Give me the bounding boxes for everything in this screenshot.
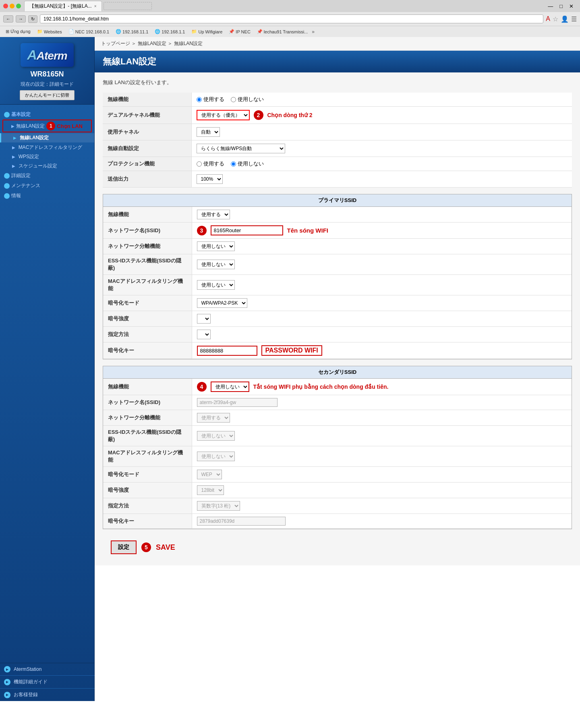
aterm-station-btn[interactable]: ▶ AtermStation xyxy=(0,663,95,676)
pin-icon-1: 📌 xyxy=(229,29,234,34)
secondary-label-method: 指定方法 xyxy=(103,498,192,514)
setting-value-musen-kino: 使用する 使用しない xyxy=(191,93,572,107)
secondary-mac-filter-select[interactable]: 使用しない xyxy=(197,452,235,461)
bookmark-apps[interactable]: ⊞ Ứng dụng xyxy=(3,28,33,35)
nav-item-maintenance[interactable]: メンテナンス xyxy=(0,181,94,191)
primary-value-crypto-strength xyxy=(192,311,572,327)
bookmark-websites[interactable]: 📁 Websites xyxy=(35,28,64,35)
play-icon-3: ▶ xyxy=(4,692,10,698)
secondary-ssid-input[interactable] xyxy=(197,398,278,407)
step4-annotation: Tắt sóng WIFI phụ bằng cách chọn dòng đầ… xyxy=(253,384,389,390)
mode-switch-button[interactable]: かんたんモードに切替 xyxy=(20,90,75,100)
radio-prot-use[interactable]: 使用する xyxy=(197,160,224,167)
secondary-crypto-strength-select[interactable]: 128bit xyxy=(197,485,224,495)
radio-use-input[interactable] xyxy=(197,97,202,102)
browser-controls: ← → ↻ A ☆ 👤 ☰ xyxy=(0,12,580,26)
adobe-icon[interactable]: A xyxy=(546,15,550,23)
dual-channel-select[interactable]: 使用する（優先） xyxy=(197,110,250,120)
secondary-ess-select[interactable]: 使用しない xyxy=(197,431,235,441)
secondary-row-crypto-mode: 暗号化モード WEP xyxy=(103,467,572,483)
bookmark-192-168-11[interactable]: 🌐 192.168.11.1 xyxy=(113,28,151,35)
sidebar-model: WR8165N xyxy=(4,70,90,78)
page-icon: 📄 xyxy=(68,29,74,34)
password-wrapper: PASSWORD WIFI xyxy=(197,345,567,356)
tab-close-btn[interactable]: × xyxy=(94,4,97,8)
primary-crypto-mode-select[interactable]: WPA/WPA2-PSK xyxy=(197,298,247,308)
window-max-btn[interactable]: □ xyxy=(556,2,566,10)
primary-ess-select[interactable]: 使用しない xyxy=(197,260,235,269)
secondary-value-crypto-mode: WEP xyxy=(192,467,572,483)
nav-item-schedule[interactable]: ▶ スケジュール設定 xyxy=(0,161,94,171)
secondary-musen-select[interactable]: 使用しない xyxy=(211,382,249,392)
save-button[interactable]: 設定 xyxy=(111,540,137,554)
power-select[interactable]: 100% xyxy=(197,174,223,184)
nav-label-musen[interactable]: 無線LAN設定 xyxy=(16,123,45,130)
step1-badge: 1 xyxy=(46,122,55,130)
arrow-icon-5: ▶ xyxy=(12,164,15,168)
radio-group-musen: 使用する 使用しない xyxy=(197,96,568,103)
bookmark-wifigiare[interactable]: 📁 Up Wifigiare xyxy=(189,28,225,35)
secondary-ssid-section: セカンダリSSID 無線機能 4 使用しない Tắt sóng WIFI xyxy=(103,366,572,529)
address-bar[interactable] xyxy=(40,14,543,23)
nav-item-mac-filter[interactable]: ▶ MACアドレスフィルタリング xyxy=(0,143,94,152)
secondary-key-input[interactable] xyxy=(197,517,286,526)
bookmark-nec[interactable]: 📄 NEC 192.168.0.1 xyxy=(66,28,112,35)
auto-setup-select[interactable]: らくらく無線/WPS自動 xyxy=(197,144,285,153)
secondary-crypto-mode-select[interactable]: WEP xyxy=(197,470,222,479)
bookmark-ip-nec[interactable]: 📌 IP NEC xyxy=(226,28,253,35)
primary-row-crypto-strength: 暗号強度 xyxy=(103,311,572,327)
nav-item-detail[interactable]: 詳細設定 xyxy=(0,171,94,181)
primary-mac-filter-select[interactable]: 使用しない xyxy=(197,280,235,290)
nav-item-musen-lan-selected[interactable]: ▶ 無線LAN設定 xyxy=(0,133,94,142)
sidebar-nav-content: 基本設定 ▶ 無線LAN設定 1 Chọn LAN ▶ 無線LAN設定 xyxy=(0,105,94,588)
primary-row-key: 暗号化キー PASSWORD WIFI xyxy=(103,342,572,359)
user-icon[interactable]: 👤 xyxy=(561,15,569,23)
back-button[interactable]: ← xyxy=(3,15,13,23)
bookmark-192-168-1[interactable]: 🌐 192.168.1.1 xyxy=(152,28,187,35)
primary-crypto-strength-select[interactable] xyxy=(197,314,211,324)
radio-prot-use-input[interactable] xyxy=(197,161,202,167)
secondary-label-ess: ESS-IDステルス機能(SSIDの隠蔽) xyxy=(103,426,192,446)
nav-item-info[interactable]: 情報 xyxy=(0,191,94,201)
primary-label-musen: 無線機能 xyxy=(103,207,192,223)
secondary-method-select[interactable]: 英数字(13 桁) xyxy=(197,501,240,511)
bookmarks-more[interactable]: » xyxy=(312,29,315,35)
radio-not-use[interactable]: 使用しない xyxy=(231,96,264,103)
nav-item-wps[interactable]: ▶ WPS設定 xyxy=(0,152,94,161)
forward-button[interactable]: → xyxy=(16,15,26,23)
primary-separation-select[interactable]: 使用しない xyxy=(197,241,235,251)
radio-prot-not-use[interactable]: 使用しない xyxy=(231,160,264,167)
browser-tab[interactable]: 【無線LAN設定】- [無線LA... × xyxy=(24,1,102,11)
secondary-separation-select[interactable]: 使用する xyxy=(197,413,230,423)
refresh-button[interactable]: ↻ xyxy=(28,15,37,23)
window-close-btn[interactable]: ✕ xyxy=(566,2,577,10)
radio-prot-not-use-input[interactable] xyxy=(231,161,236,167)
radio-prot-use-label: 使用する xyxy=(203,160,224,167)
bookmark-lechau91[interactable]: 📌 lechau91 Transmissi... xyxy=(255,28,310,35)
detail-guide-btn[interactable]: ▶ 機能詳細ガイド xyxy=(0,676,95,689)
circle-blue-icon-2 xyxy=(4,173,10,179)
primary-label-ess: ESS-IDステルス機能(SSIDの隠蔽) xyxy=(103,254,192,275)
browser-titlebar: 【無線LAN設定】- [無線LA... × — □ ✕ xyxy=(0,0,580,12)
logo-text: AAterm xyxy=(27,47,67,62)
primary-label-separation: ネットワーク分離機能 xyxy=(103,239,192,254)
star-icon[interactable]: ☆ xyxy=(553,15,558,23)
arrow-icon-1: ▶ xyxy=(11,124,14,128)
menu-icon[interactable]: ☰ xyxy=(571,15,577,23)
primary-method-select[interactable] xyxy=(197,330,211,339)
content-area: 無線 LANの設定を行います。 無線機能 使用する xyxy=(95,72,580,565)
page-title: 無線LAN設定 xyxy=(103,56,156,66)
browser-icons: A ☆ 👤 ☰ xyxy=(546,15,577,23)
window-min-btn[interactable]: — xyxy=(545,2,556,10)
play-icon-2: ▶ xyxy=(4,679,10,685)
ssid-input[interactable] xyxy=(211,225,283,235)
secondary-row-method: 指定方法 英数字(13 桁) xyxy=(103,498,572,514)
password-input[interactable] xyxy=(197,346,257,356)
customer-reg-btn[interactable]: ▶ お客様登録 xyxy=(0,689,95,701)
secondary-row-ssid: ネットワーク名(SSID) xyxy=(103,395,572,410)
radio-not-use-input[interactable] xyxy=(231,97,236,102)
secondary-value-ssid xyxy=(192,395,572,410)
channel-select[interactable]: 自動 xyxy=(197,127,220,137)
radio-use[interactable]: 使用する xyxy=(197,96,224,103)
primary-musen-select[interactable]: 使用する xyxy=(197,210,230,219)
